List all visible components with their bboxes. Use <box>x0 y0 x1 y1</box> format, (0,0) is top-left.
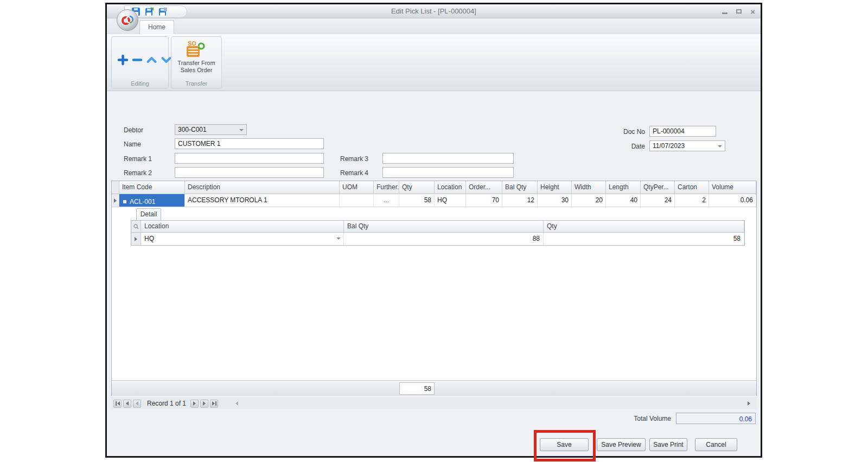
name-field[interactable] <box>175 138 324 149</box>
cancel-button[interactable]: Cancel <box>695 438 737 451</box>
remark2-field[interactable] <box>175 167 324 178</box>
remark3-field[interactable] <box>382 153 514 164</box>
cell-bal-qty[interactable]: 12 <box>502 194 538 207</box>
detail-col-qty[interactable]: Qty <box>544 221 744 232</box>
name-label: Name <box>124 140 141 148</box>
save-and-preview-icon[interactable] <box>158 7 168 16</box>
next-record-button[interactable] <box>190 400 199 408</box>
grid-summary-band: 58 <box>112 380 756 396</box>
app-button[interactable] <box>117 9 138 31</box>
tab-home[interactable]: Home <box>139 20 174 34</box>
cell-height[interactable]: 30 <box>538 194 572 207</box>
cell-carton[interactable]: 2 <box>675 194 709 207</box>
record-bullet-icon <box>123 200 126 203</box>
col-carton[interactable]: Carton <box>675 181 709 194</box>
search-icon <box>131 221 141 232</box>
prev-record-button[interactable] <box>133 400 141 408</box>
debtor-combo[interactable]: 300-C001 <box>175 124 247 135</box>
grid-header-row: Item Code Description UOM Further... Qty… <box>112 181 756 194</box>
remark1-field[interactable] <box>175 153 324 164</box>
refresh-arrow-icon <box>196 41 206 51</box>
col-volume[interactable]: Volume <box>709 181 756 194</box>
add-icon[interactable] <box>117 54 129 66</box>
detail-cell-location[interactable]: HQ <box>141 233 344 245</box>
detail-cell-bal-qty[interactable]: 88 <box>344 233 544 245</box>
col-description[interactable]: Description <box>185 181 340 194</box>
window-title: Edit Pick List - [PL-000004] <box>107 4 761 18</box>
chevron-down-icon <box>336 238 341 240</box>
detail-col-bal-qty[interactable]: Bal Qty <box>344 221 544 232</box>
detail-row[interactable]: HQ 88 58 <box>131 233 744 245</box>
col-uom[interactable]: UOM <box>340 181 374 194</box>
col-length[interactable]: Length <box>606 181 641 194</box>
cell-qty[interactable]: 58 <box>399 194 435 207</box>
date-label: Date <box>611 143 645 150</box>
remark3-label: Remark 3 <box>340 155 368 163</box>
group-label-editing: Editing <box>112 79 168 88</box>
cell-order[interactable]: 70 <box>466 194 502 207</box>
date-picker[interactable]: 11/07/2023 <box>649 140 725 151</box>
cell-volume[interactable]: 0.06 <box>709 194 756 207</box>
col-item-code[interactable]: Item Code <box>119 181 185 194</box>
detail-col-location[interactable]: Location <box>141 221 344 232</box>
remark4-field[interactable] <box>382 167 514 178</box>
remark2-label: Remark 2 <box>124 169 152 177</box>
save-print-button[interactable]: Save Print <box>649 438 687 451</box>
col-width[interactable]: Width <box>572 181 606 194</box>
col-bal-qty[interactable]: Bal Qty <box>502 181 538 194</box>
cell-uom[interactable] <box>340 194 374 207</box>
chevron-down-icon <box>239 129 244 131</box>
cell-width[interactable]: 20 <box>572 194 606 207</box>
col-location[interactable]: Location <box>435 181 466 194</box>
ribbon-tabstrip: Home <box>107 18 761 34</box>
ribbon: Editing SO Transfer From Sales Order Tra… <box>107 34 761 91</box>
chevron-down-icon <box>718 145 722 147</box>
prev-page-button[interactable] <box>123 400 131 408</box>
minimize-icon[interactable] <box>722 12 727 14</box>
col-qty-per[interactable]: QtyPer... <box>641 181 675 194</box>
edit-pick-list-window: Edit Pick List - [PL-000004] <box>105 3 762 458</box>
restore-icon[interactable] <box>736 9 742 14</box>
cell-qty-per[interactable]: 24 <box>641 194 675 207</box>
col-qty[interactable]: Qty <box>399 181 435 194</box>
save-and-new-icon[interactable] <box>145 7 154 16</box>
detail-cell-qty[interactable]: 58 <box>544 233 744 245</box>
row-indicator <box>112 194 119 207</box>
cell-further-ellipsis[interactable]: ... <box>374 194 399 207</box>
table-row[interactable]: ACL-001 ACCESSORY MTOROLA 1 ... 58 HQ 70… <box>112 194 756 207</box>
group-label-transfer: Transfer <box>171 79 221 88</box>
next-page-button[interactable] <box>200 400 208 408</box>
debtor-value: 300-C001 <box>178 126 207 133</box>
cell-location[interactable]: HQ <box>435 194 466 207</box>
transfer-from-sales-order-button[interactable]: SO Transfer From Sales Order <box>173 38 220 79</box>
tab-detail[interactable]: Detail <box>136 208 161 221</box>
move-up-icon[interactable] <box>146 54 157 66</box>
remark1-label: Remark 1 <box>124 155 152 163</box>
remark4-label: Remark 4 <box>340 169 368 177</box>
move-down-icon[interactable] <box>161 54 172 66</box>
total-volume-value: 0.06 <box>676 413 756 424</box>
record-navigator: Record 1 of 1 <box>111 397 757 409</box>
autocount-logo <box>120 13 135 27</box>
transfer-button-label-line1: Transfer From <box>177 60 215 67</box>
scroll-right-arrow[interactable] <box>745 400 753 408</box>
save-button[interactable]: Save <box>540 438 589 451</box>
close-icon[interactable]: × <box>750 8 755 16</box>
docno-field[interactable] <box>649 126 716 137</box>
window-controls: × <box>722 4 755 18</box>
save-preview-button[interactable]: Save Preview <box>597 438 646 451</box>
grid-corner-cell <box>112 181 119 194</box>
transfer-button-label-line2: Sales Order <box>181 67 213 74</box>
cell-item-code[interactable]: ACL-001 <box>119 194 185 207</box>
last-record-button[interactable] <box>210 400 218 408</box>
cell-description[interactable]: ACCESSORY MTOROLA 1 <box>185 194 340 207</box>
cell-length[interactable]: 40 <box>606 194 641 207</box>
first-record-button[interactable] <box>113 400 122 408</box>
col-height[interactable]: Height <box>538 181 572 194</box>
scroll-left-arrow[interactable] <box>233 400 241 408</box>
date-value: 11/07/2023 <box>653 142 685 150</box>
remove-icon[interactable] <box>132 54 143 66</box>
col-further[interactable]: Further... <box>374 181 399 194</box>
detail-header-row: Location Bal Qty Qty <box>131 221 744 233</box>
col-order[interactable]: Order... <box>466 181 502 194</box>
